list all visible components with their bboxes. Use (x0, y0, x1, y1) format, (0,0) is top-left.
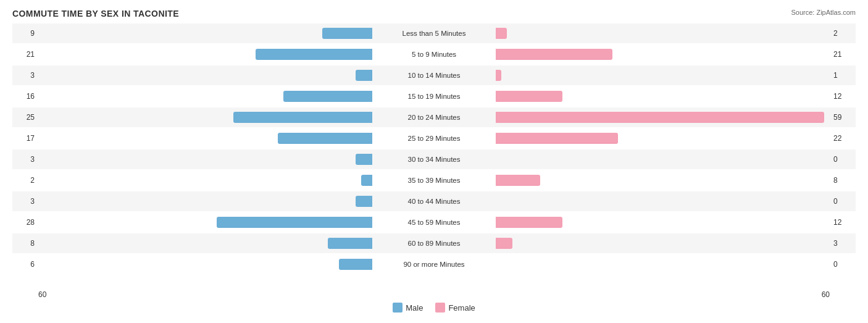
bars-center: Less than 5 Minutes (38, 23, 830, 43)
male-bar (233, 112, 372, 123)
male-bar-wrap (38, 90, 372, 103)
chart-row: 3 10 to 14 Minutes 1 (12, 65, 856, 85)
male-value: 3 (12, 197, 38, 206)
female-bar-wrap (496, 132, 830, 145)
axis-right: 60 (822, 290, 830, 299)
bars-center: 20 to 24 Minutes (38, 107, 830, 127)
female-value: 21 (830, 50, 856, 59)
row-label: 5 to 9 Minutes (372, 51, 496, 58)
male-bar (339, 259, 372, 270)
row-label: 15 to 19 Minutes (372, 93, 496, 100)
male-value: 2 (12, 176, 38, 185)
chart-area: 9 Less than 5 Minutes 2 21 5 to 9 Minute… (12, 23, 856, 289)
male-bar-wrap (38, 132, 372, 145)
female-bar-wrap (496, 27, 830, 40)
female-bar-wrap (496, 216, 830, 229)
male-value: 9 (12, 29, 38, 38)
axis-left: 60 (38, 290, 46, 299)
chart-row: 2 35 to 39 Minutes 8 (12, 170, 856, 190)
row-label: 25 to 29 Minutes (372, 135, 496, 142)
bars-center: 40 to 44 Minutes (38, 191, 830, 211)
male-value: 17 (12, 134, 38, 143)
female-bar (496, 91, 562, 102)
bars-center: 60 to 89 Minutes (38, 233, 830, 253)
male-bar-wrap (38, 111, 372, 124)
male-bar (361, 175, 372, 186)
male-value: 3 (12, 71, 38, 80)
male-bar-wrap (38, 69, 372, 82)
bars-center: 25 to 29 Minutes (38, 128, 830, 148)
male-bar (356, 196, 372, 207)
row-label: 35 to 39 Minutes (372, 177, 496, 184)
row-label: 40 to 44 Minutes (372, 198, 496, 205)
axis-labels: 60 60 (12, 290, 856, 299)
legend-male-box (393, 303, 403, 313)
chart-row: 16 15 to 19 Minutes 12 (12, 86, 856, 106)
male-bar (328, 238, 372, 249)
row-label: Less than 5 Minutes (372, 30, 496, 37)
chart-row: 3 40 to 44 Minutes 0 (12, 191, 856, 211)
chart-title: COMMUTE TIME BY SEX IN TACONITE (12, 9, 856, 19)
row-label: 20 to 24 Minutes (372, 114, 496, 121)
male-bar-wrap (38, 153, 372, 166)
male-value: 16 (12, 92, 38, 101)
female-bar-wrap (496, 111, 830, 124)
male-bar-wrap (38, 258, 372, 271)
chart-row: 21 5 to 9 Minutes 21 (12, 44, 856, 64)
female-bar (496, 238, 512, 249)
legend-female-label: Female (448, 303, 475, 313)
bars-center: 5 to 9 Minutes (38, 44, 830, 64)
row-label: 90 or more Minutes (372, 261, 496, 268)
legend-male-label: Male (406, 303, 423, 313)
chart-row: 9 Less than 5 Minutes 2 (12, 23, 856, 43)
female-bar (496, 70, 501, 81)
male-bar (278, 133, 372, 144)
male-value: 28 (12, 218, 38, 227)
legend-male: Male (393, 303, 423, 313)
male-bar (283, 91, 372, 102)
female-bar (496, 28, 507, 39)
female-bar-wrap (496, 174, 830, 187)
bars-center: 30 to 34 Minutes (38, 149, 830, 169)
female-value: 2 (830, 29, 856, 38)
male-bar-wrap (38, 237, 372, 250)
male-bar-wrap (38, 195, 372, 208)
bars-center: 90 or more Minutes (38, 254, 830, 274)
female-value: 0 (830, 155, 856, 164)
female-value: 0 (830, 197, 856, 206)
legend-female: Female (435, 303, 475, 313)
male-bar-wrap (38, 27, 372, 40)
bars-center: 15 to 19 Minutes (38, 86, 830, 106)
male-bar-wrap (38, 48, 372, 61)
legend: Male Female (12, 303, 856, 313)
female-bar (496, 133, 618, 144)
male-bar (356, 70, 372, 81)
male-value: 3 (12, 155, 38, 164)
female-bar-wrap (496, 195, 830, 208)
male-bar (356, 154, 372, 165)
female-value: 22 (830, 134, 856, 143)
female-bar (496, 175, 540, 186)
chart-row: 17 25 to 29 Minutes 22 (12, 128, 856, 148)
female-value: 8 (830, 176, 856, 185)
bars-center: 10 to 14 Minutes (38, 65, 830, 85)
female-bar-wrap (496, 90, 830, 103)
female-bar-wrap (496, 153, 830, 166)
female-bar (496, 112, 824, 123)
source-text: Source: ZipAtlas.com (791, 9, 856, 16)
row-label: 10 to 14 Minutes (372, 72, 496, 79)
bars-center: 45 to 59 Minutes (38, 212, 830, 232)
male-value: 21 (12, 50, 38, 59)
bars-center: 35 to 39 Minutes (38, 170, 830, 190)
female-bar (496, 217, 562, 228)
legend-female-box (435, 303, 445, 313)
chart-row: 8 60 to 89 Minutes 3 (12, 233, 856, 253)
male-bar (322, 28, 372, 39)
female-bar-wrap (496, 258, 830, 271)
male-bar (217, 217, 372, 228)
chart-row: 6 90 or more Minutes 0 (12, 254, 856, 274)
female-value: 0 (830, 260, 856, 269)
chart-row: 25 20 to 24 Minutes 59 (12, 107, 856, 127)
chart-container: COMMUTE TIME BY SEX IN TACONITE Source: … (0, 0, 868, 323)
female-bar-wrap (496, 69, 830, 82)
